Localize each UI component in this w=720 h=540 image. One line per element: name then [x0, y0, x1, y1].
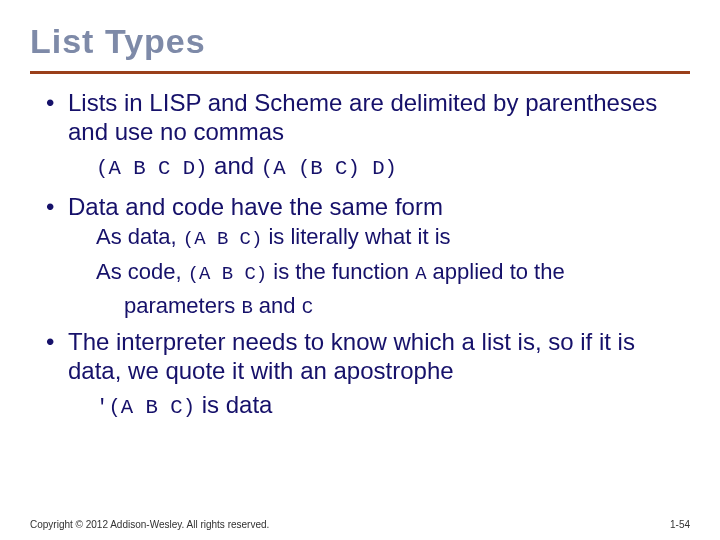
code-literal: B	[241, 297, 252, 319]
text: is literally what it is	[262, 224, 450, 249]
text: and	[253, 293, 302, 318]
code-literal: C	[302, 297, 313, 319]
code-literal: (A (B C) D)	[261, 157, 397, 180]
bullet-1: Lists in LISP and Scheme are delimited b…	[44, 88, 684, 182]
code-literal: A	[415, 263, 426, 285]
footer: Copyright © 2012 Addison-Wesley. All rig…	[30, 519, 690, 530]
code-literal: (A B C)	[188, 263, 267, 285]
bullet-2-sub2: As code, (A B C) is the function A appli…	[96, 258, 684, 287]
code-literal: (A B C D)	[96, 157, 207, 180]
bullet-3: The interpreter needs to know which a li…	[44, 327, 684, 421]
copyright-text: Copyright © 2012 Addison-Wesley. All rig…	[30, 519, 269, 530]
bullet-2: Data and code have the same form As data…	[44, 192, 684, 321]
bullet-1-text: Lists in LISP and Scheme are delimited b…	[68, 89, 657, 145]
slide-content: Lists in LISP and Scheme are delimited b…	[30, 88, 690, 421]
bullet-3-example: '(A B C) is data	[96, 390, 684, 421]
bullet-2-text: Data and code have the same form	[68, 193, 443, 220]
text: As data,	[96, 224, 183, 249]
bullet-2-sub1: As data, (A B C) is literally what it is	[96, 223, 684, 252]
bullet-3-text: The interpreter needs to know which a li…	[68, 328, 635, 384]
page-number: 1-54	[670, 519, 690, 530]
text: is the function	[267, 259, 415, 284]
text: parameters	[124, 293, 241, 318]
code-literal: (A B C)	[183, 228, 262, 250]
text: As code,	[96, 259, 188, 284]
text: and	[207, 152, 260, 179]
slide-title: List Types	[30, 22, 690, 61]
bullet-2-sub3: parameters B and C	[124, 292, 684, 321]
title-rule	[30, 71, 690, 74]
bullet-1-example: (A B C D) and (A (B C) D)	[96, 151, 684, 182]
text: is data	[195, 391, 272, 418]
code-literal: '(A B C)	[96, 396, 195, 419]
text: applied to the	[426, 259, 564, 284]
